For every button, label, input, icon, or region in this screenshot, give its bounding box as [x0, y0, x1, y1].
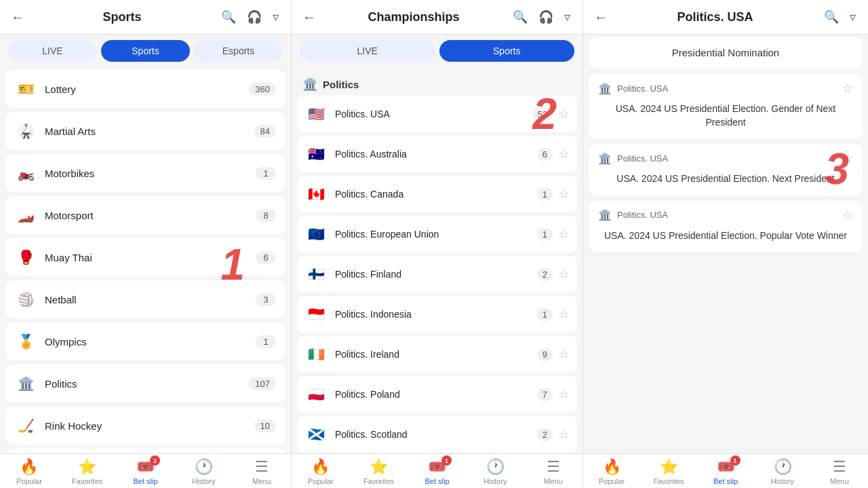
champ-name-canada: Politics. Canada: [335, 189, 537, 200]
left-header-icons: 🔍 🎧 ▿: [220, 8, 280, 26]
sport-name-rink-hockey: Rink Hockey: [45, 420, 254, 432]
sport-name-olympics: Olympics: [45, 336, 256, 348]
mid-panel: ← Championships 🔍 🎧 ▿ LIVE Sports 🏛️ Pol…: [292, 0, 583, 488]
left-search-button[interactable]: 🔍: [220, 8, 237, 26]
left-nav-favorites[interactable]: ⭐ Favorites: [58, 458, 117, 485]
sport-count-olympics: 1: [256, 335, 276, 348]
left-audio-button[interactable]: 🎧: [245, 8, 263, 26]
event-category-icon-1: 🏛️: [598, 82, 612, 95]
left-tab-sports[interactable]: Sports: [101, 40, 190, 62]
event-card-3[interactable]: 🏛️ Politics. USA ☆ USA. 2024 US Presiden…: [589, 201, 863, 252]
right-nav-popular[interactable]: 🔥 Popular: [583, 458, 640, 485]
left-tab-live[interactable]: LIVE: [8, 40, 97, 62]
right-nav-favorites[interactable]: ⭐ Favorites: [640, 458, 697, 485]
sport-name-motorbikes: Motorbikes: [45, 168, 256, 179]
right-nav-history[interactable]: 🕐 History: [754, 458, 811, 485]
event-category-name-3: Politics. USA: [617, 210, 842, 220]
left-nav-betslip[interactable]: 🎟️ 1 Bet slip: [117, 458, 175, 485]
mid-tab-sports[interactable]: Sports: [439, 40, 575, 62]
champ-item-eu[interactable]: 🇪🇺 Politics. European Union 1 ☆: [297, 216, 577, 252]
right-menu-label: Menu: [830, 477, 849, 485]
olympics-icon: 🏅: [15, 331, 37, 352]
sport-item-olympics[interactable]: 🏅 Olympics 1: [5, 322, 285, 360]
flag-australia: 🇦🇺: [305, 143, 327, 165]
mid-tab-live[interactable]: LIVE: [300, 40, 435, 62]
right-search-button[interactable]: 🔍: [823, 8, 840, 26]
right-nav-menu[interactable]: ☰ Menu: [811, 458, 868, 485]
champ-star-usa[interactable]: ☆: [558, 107, 569, 121]
mid-filter-button[interactable]: ▿: [563, 8, 572, 26]
champ-item-finland[interactable]: 🇫🇮 Politics. Finland 2 ☆: [297, 256, 577, 293]
mid-nav-betslip[interactable]: 🎟️ 1 Bet slip: [408, 458, 467, 485]
champ-star-eu[interactable]: ☆: [558, 227, 569, 242]
sport-item-politics[interactable]: 🏛️ Politics 107: [5, 364, 285, 402]
section-politics-label: Politics: [323, 79, 359, 90]
champ-star-australia[interactable]: ☆: [558, 147, 569, 162]
sport-item-rink-hockey[interactable]: 🏒 Rink Hockey 10: [5, 407, 285, 445]
right-filter-button[interactable]: ▿: [848, 8, 857, 26]
champ-star-scotland[interactable]: ☆: [558, 427, 569, 442]
left-bet-badge: 1: [150, 455, 160, 466]
champ-item-canada[interactable]: 🇨🇦 Politics. Canada 1 ☆: [297, 176, 577, 212]
right-header-icons: 🔍 ▿: [823, 8, 857, 26]
sport-item-lottery[interactable]: 🎫 Lottery 360: [5, 70, 285, 108]
event-star-1[interactable]: ☆: [842, 81, 853, 96]
mid-nav-menu[interactable]: ☰ Menu: [524, 458, 583, 485]
sport-name-motorsport: Motorsport: [45, 210, 256, 221]
mid-nav-favorites[interactable]: ⭐ Favorites: [350, 458, 408, 485]
event-star-2[interactable]: ☆: [842, 151, 853, 166]
champ-item-ireland[interactable]: 🇮🇪 Politics. Ireland 9 ☆: [297, 336, 577, 373]
left-tab-esports[interactable]: Esports: [194, 40, 283, 62]
sport-item-martial-arts[interactable]: 🥋 Martial Arts 84: [5, 112, 285, 150]
event-card-1[interactable]: 🏛️ Politics. USA ☆ USA. 2024 US Presiden…: [589, 74, 863, 138]
flag-ireland: 🇮🇪: [305, 343, 327, 365]
mid-nav-history[interactable]: 🕐 History: [466, 458, 524, 485]
netball-icon: 🏐: [15, 288, 37, 310]
sport-item-motorbikes[interactable]: 🏍️ Motorbikes 1: [5, 154, 285, 192]
right-favorites-icon: ⭐: [660, 458, 678, 476]
event-star-3[interactable]: ☆: [842, 208, 853, 223]
left-nav-popular[interactable]: 🔥 Popular: [0, 458, 58, 485]
champ-list: 🏛️ Politics 🇺🇸 Politics. USA 52 ☆ 2 🇦🇺 P…: [292, 67, 583, 453]
left-nav-menu[interactable]: ☰ Menu: [233, 458, 291, 485]
champ-star-canada[interactable]: ☆: [558, 187, 569, 202]
event-card-2[interactable]: 🏛️ Politics. USA ☆ USA. 2024 US Presiden…: [589, 144, 863, 195]
champ-name-ireland: Politics. Ireland: [335, 349, 537, 360]
champ-count-scotland: 2: [537, 428, 553, 441]
champ-name-scotland: Politics. Scotland: [335, 429, 537, 440]
mid-audio-button[interactable]: 🎧: [537, 8, 555, 26]
flag-indonesia: 🇮🇩: [305, 303, 327, 325]
champ-count-ireland: 9: [537, 348, 553, 361]
left-tab-bar: LIVE Sports Esports: [0, 35, 291, 67]
sport-item-motorsport[interactable]: 🏎️ Motorsport 8: [5, 196, 285, 234]
popular-icon: 🔥: [20, 458, 38, 476]
mid-back-button[interactable]: ←: [302, 10, 316, 25]
champ-star-finland[interactable]: ☆: [558, 267, 569, 282]
sport-item-muay-thai[interactable]: 🥊 Muay Thai 6 1: [5, 238, 285, 276]
mid-nav-popular[interactable]: 🔥 Popular: [292, 458, 350, 485]
mid-search-button[interactable]: 🔍: [511, 8, 529, 26]
champ-star-ireland[interactable]: ☆: [558, 347, 569, 362]
sport-name-martial-arts: Martial Arts: [45, 126, 254, 137]
sport-item-rowing[interactable]: 🚣 Rowing 2: [5, 449, 285, 453]
sport-name-politics: Politics: [45, 378, 249, 390]
sport-name-netball: Netball: [45, 294, 256, 305]
sport-item-netball[interactable]: 🏐 Netball 3: [5, 280, 285, 318]
champ-item-australia[interactable]: 🇦🇺 Politics. Australia 6 ☆: [297, 136, 577, 172]
mid-favorites-label: Favorites: [363, 477, 394, 485]
right-nav-betslip[interactable]: 🎟️ 1 Bet slip: [697, 458, 754, 485]
champ-item-indonesia[interactable]: 🇮🇩 Politics. Indonesia 1 ☆: [297, 296, 577, 333]
champ-item-usa[interactable]: 🇺🇸 Politics. USA 52 ☆ 2: [297, 96, 577, 132]
left-back-button[interactable]: ←: [11, 10, 24, 25]
left-title: Sports: [24, 10, 220, 24]
champ-item-poland[interactable]: 🇵🇱 Politics. Poland 7 ☆: [297, 376, 577, 413]
featured-card: Presidential Nomination: [589, 37, 863, 69]
left-nav-history[interactable]: 🕐 History: [174, 458, 233, 485]
sport-count-motorsport: 8: [256, 209, 276, 222]
champ-star-poland[interactable]: ☆: [558, 387, 569, 402]
champ-name-australia: Politics. Australia: [335, 149, 537, 159]
champ-item-scotland[interactable]: 🏴󠁧󠁢󠁳󠁣󠁴󠁿 Politics. Scotland 2 ☆: [297, 416, 577, 453]
champ-star-indonesia[interactable]: ☆: [558, 307, 569, 322]
left-filter-button[interactable]: ▿: [271, 8, 280, 26]
right-back-button[interactable]: ←: [594, 10, 608, 25]
